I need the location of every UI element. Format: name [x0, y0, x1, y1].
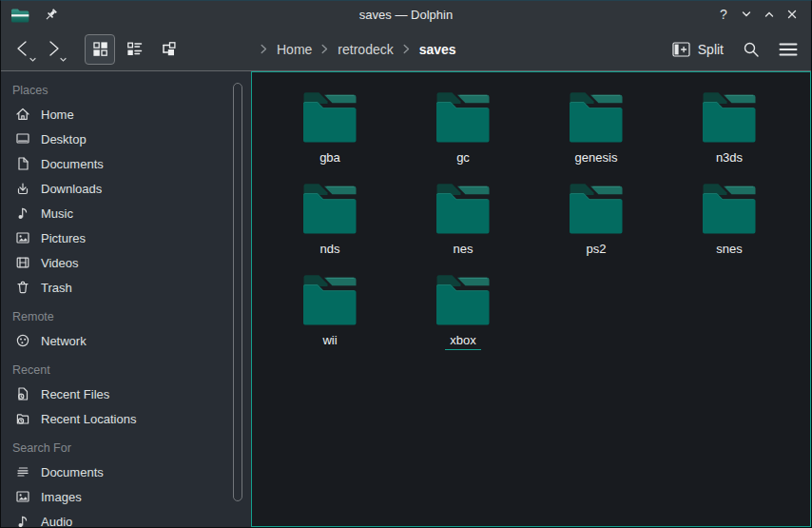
search-button[interactable] — [743, 41, 760, 58]
details-view-button[interactable] — [119, 34, 149, 65]
dolphin-app-icon — [10, 7, 29, 23]
folder-wii[interactable]: wii — [263, 265, 396, 357]
sidebar-item-label: Network — [41, 334, 87, 348]
split-button[interactable]: Split — [672, 42, 724, 57]
folder-gc[interactable]: gc — [396, 83, 530, 174]
folder-snes[interactable]: snes — [663, 174, 796, 265]
window-controls: ? — [712, 4, 803, 25]
recent-files-icon — [15, 386, 30, 401]
sidebar-item-label: Audio — [41, 515, 72, 528]
sidebar-item-desktop[interactable]: Desktop — [1, 127, 251, 151]
sidebar-item-label: Downloads — [41, 182, 102, 196]
folder-nds[interactable]: nds — [263, 174, 396, 265]
chevron-up-icon — [764, 9, 775, 20]
folder-genesis[interactable]: genesis — [530, 83, 663, 174]
breadcrumb: Homeretrodecksaves — [260, 42, 456, 57]
folder-icon — [300, 88, 360, 148]
breadcrumb-item[interactable]: retrodeck — [338, 42, 393, 57]
forward-button[interactable] — [43, 35, 68, 64]
view-mode-group — [85, 34, 184, 65]
breadcrumb-chevron-icon[interactable] — [260, 43, 268, 55]
folder-label: gba — [315, 150, 345, 167]
maximize-button[interactable] — [758, 4, 781, 25]
chevron-down-icon — [741, 9, 752, 20]
sidebar-item-audio[interactable]: Audio — [1, 509, 251, 527]
tree-view-button[interactable] — [153, 34, 184, 65]
folder-nes[interactable]: nes — [396, 174, 530, 265]
network-icon — [15, 333, 30, 348]
folder-view[interactable]: gba gc genesis n3ds nds nes — [251, 71, 811, 527]
sidebar-section-header: Search For — [1, 437, 251, 460]
breadcrumb-chevron-icon[interactable] — [402, 43, 411, 55]
image-icon — [15, 489, 30, 504]
details-view-icon — [126, 41, 143, 57]
sidebar-item-label: Images — [41, 490, 82, 504]
sidebar-section-header: Recent — [1, 359, 251, 381]
folder-label: genesis — [570, 150, 623, 167]
sidebar-item-label: Music — [41, 206, 73, 221]
titlebar: saves — Dolphin ? — [1, 1, 811, 28]
folder-ps2[interactable]: ps2 — [530, 174, 663, 265]
sidebar-item-label: Trash — [41, 281, 72, 295]
sidebar-item-label: Documents — [41, 157, 104, 171]
sidebar-item-label: Pictures — [41, 231, 86, 245]
sidebar-item-videos[interactable]: Videos — [1, 250, 251, 275]
sidebar-item-recent-files[interactable]: Recent Files — [1, 381, 251, 406]
breadcrumb-item[interactable]: Home — [277, 42, 312, 57]
sidebar-scrollbar[interactable] — [233, 83, 242, 501]
dolphin-window: saves — Dolphin ? — [0, 0, 812, 528]
caret-down-icon — [29, 57, 37, 63]
folder-n3ds[interactable]: n3ds — [663, 83, 796, 174]
minimize-button[interactable] — [735, 4, 758, 25]
menu-button[interactable] — [779, 42, 798, 57]
chevron-right-icon — [45, 39, 62, 58]
folder-gba[interactable]: gba — [263, 83, 396, 174]
help-button[interactable]: ? — [712, 4, 735, 25]
breadcrumb-current[interactable]: saves — [419, 42, 456, 57]
icons-view-button[interactable] — [85, 34, 115, 65]
breadcrumb-chevron-icon[interactable] — [320, 43, 329, 55]
sidebar-item-pictures[interactable]: Pictures — [1, 225, 251, 250]
close-button[interactable] — [781, 4, 803, 25]
sidebar-item-network[interactable]: Network — [1, 328, 251, 353]
sidebar-item-home[interactable]: Home — [1, 102, 251, 127]
folder-label: n3ds — [711, 150, 747, 167]
sidebar-item-documents[interactable]: Documents — [1, 151, 251, 176]
folder-icon — [566, 179, 627, 240]
sidebar-item-recent-locations[interactable]: Recent Locations — [1, 406, 251, 431]
sidebar-item-music[interactable]: Music — [1, 201, 251, 225]
folder-label: snes — [711, 242, 746, 259]
sidebar-item-images[interactable]: Images — [1, 484, 251, 509]
music-note-icon — [15, 205, 30, 221]
folder-label: gc — [452, 150, 474, 167]
folder-xbox[interactable]: xbox — [396, 265, 530, 357]
window-title: saves — Dolphin — [1, 8, 811, 22]
sidebar-item-downloads[interactable]: Downloads — [1, 176, 251, 201]
film-icon — [15, 255, 30, 270]
sidebar-item-trash[interactable]: Trash — [1, 275, 251, 300]
folder-icon — [300, 179, 360, 240]
sidebar-item-label: Recent Files — [41, 387, 109, 401]
folder-icon — [300, 270, 360, 331]
back-button[interactable] — [12, 35, 37, 64]
sidebar-item-label: Videos — [41, 256, 79, 270]
search-icon — [743, 41, 760, 58]
home-icon — [15, 107, 30, 122]
hamburger-menu-icon — [779, 42, 798, 57]
toolbar-right: Split — [672, 41, 798, 58]
recent-locations-icon — [15, 411, 30, 426]
folder-icon — [433, 88, 493, 148]
toolbar: Homeretrodecksaves Split — [1, 28, 811, 71]
pin-icon[interactable] — [44, 8, 58, 22]
folder-icon — [433, 270, 493, 331]
tree-view-icon — [161, 41, 177, 57]
folder-label: wii — [318, 333, 341, 350]
desktop-icon — [15, 131, 30, 147]
music-note-icon — [15, 514, 30, 527]
document-icon — [15, 156, 30, 171]
chevron-left-icon — [14, 39, 31, 58]
folder-label: xbox — [445, 333, 480, 350]
folder-label: ps2 — [582, 242, 611, 259]
sidebar-item-documents[interactable]: Documents — [1, 460, 251, 484]
sidebar-section-header: Places — [1, 79, 251, 102]
